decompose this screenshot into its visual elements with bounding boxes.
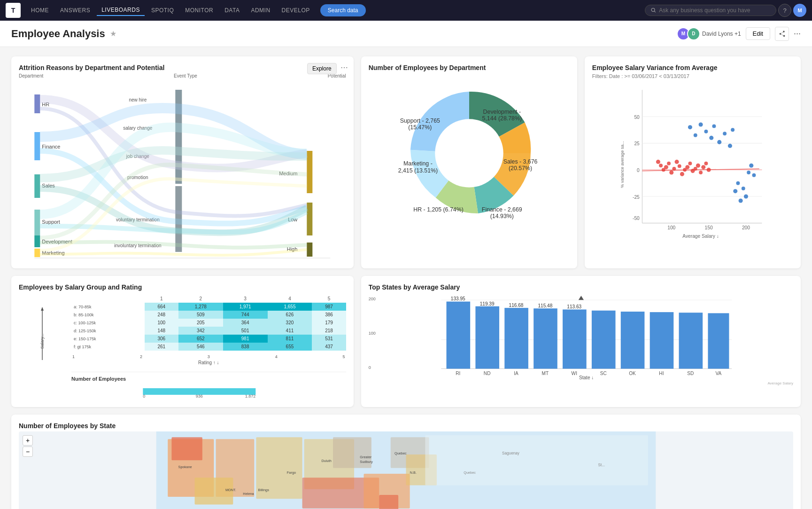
explore-button[interactable]: Explore (307, 63, 337, 74)
svg-point-77 (701, 165, 705, 169)
more-options-button[interactable]: ··· (794, 29, 801, 39)
svg-text:-25: -25 (633, 195, 640, 200)
svg-point-86 (717, 140, 721, 144)
salary-group-card: Employees by Salary Group and Rating Sal… (11, 276, 354, 407)
svg-text:200: 200 (742, 225, 750, 230)
svg-point-89 (731, 128, 735, 132)
svg-text:IA: IA (514, 371, 518, 376)
svg-text:116.68: 116.68 (509, 303, 523, 308)
svg-point-87 (723, 132, 727, 135)
collaborators-group: M D David Lyons +1 (677, 27, 741, 40)
svg-point-60 (656, 160, 660, 164)
svg-rect-147 (379, 495, 398, 509)
nav-spotiq[interactable]: SPOTIQ (147, 5, 178, 16)
svg-rect-126 (620, 312, 644, 369)
svg-text:Billings: Billings (258, 488, 270, 492)
employees-state-card: Number of Employees by State + − (11, 415, 801, 509)
nav-develop[interactable]: DEVELOP (277, 5, 315, 16)
sankey-chart-svg: HR Finance Sales Support Development Mar… (19, 80, 346, 259)
svg-point-92 (738, 199, 742, 203)
svg-point-80 (688, 125, 692, 129)
zoom-in-button[interactable]: + (23, 435, 33, 446)
svg-text:Finance - 2,669: Finance - 2,669 (482, 206, 522, 213)
svg-point-64 (667, 162, 671, 165)
heatmap-table: 12345 a: 70-85k 664 1,278 1,971 1,655 98… (71, 295, 346, 351)
map-zoom-controls: + − (23, 435, 33, 457)
svg-text:RI: RI (456, 371, 460, 376)
svg-text:Development -: Development - (483, 109, 520, 115)
svg-point-81 (694, 133, 697, 137)
svg-text:OK: OK (629, 371, 636, 376)
attrition-chart-card: Attrition Reasons by Department and Pote… (11, 56, 354, 268)
zoom-out-button[interactable]: − (23, 446, 33, 457)
collaborator-avatar-d: D (687, 27, 700, 40)
svg-text:100: 100 (667, 225, 675, 230)
svg-marker-100 (41, 307, 44, 311)
nav-home[interactable]: HOME (26, 5, 54, 16)
search-data-button[interactable]: Search data (320, 4, 366, 16)
help-button[interactable]: ? (778, 4, 791, 17)
svg-text:115.48: 115.48 (538, 303, 552, 308)
svg-text:2,415 (13.51%): 2,415 (13.51%) (398, 167, 438, 174)
svg-rect-22 (307, 151, 312, 193)
svg-point-96 (749, 164, 753, 168)
charts-row-1: Attrition Reasons by Department and Pote… (11, 56, 801, 268)
top-states-title: Top States by Average Salary (369, 283, 793, 291)
svg-point-67 (674, 160, 679, 164)
svg-rect-124 (592, 311, 616, 369)
svg-rect-4 (34, 132, 40, 160)
svg-text:HI: HI (659, 371, 664, 376)
attrition-chart-title: Attrition Reasons by Department and Pote… (19, 64, 346, 71)
search-icon (651, 8, 656, 13)
svg-text:25: 25 (634, 141, 640, 146)
svg-text:WI: WI (571, 371, 577, 376)
svg-text:0: 0 (143, 394, 145, 398)
share-button[interactable] (775, 27, 789, 41)
page-header: Employee Analysis ★ M D David Lyons +1 E… (0, 21, 812, 47)
donut-chart-container: Development - 5,144 (28.78%) Sales - 3,6… (369, 73, 570, 233)
svg-text:SD: SD (687, 371, 694, 376)
nav-data[interactable]: DATA (220, 5, 244, 16)
svg-text:150: 150 (704, 225, 712, 230)
svg-text:(20.57%): (20.57%) (509, 165, 532, 172)
edit-button[interactable]: Edit (746, 27, 770, 40)
svg-point-32 (435, 119, 503, 187)
charts-row-2: Employees by Salary Group and Rating Sal… (11, 276, 801, 407)
ai-search-bar[interactable] (645, 5, 776, 16)
svg-rect-2 (34, 94, 40, 113)
svg-line-1 (654, 11, 655, 12)
svg-text:133.95: 133.95 (450, 296, 465, 301)
scatter-chart-container: 50 25 0 -25 -50 100 150 200 % variance a… (592, 85, 793, 244)
svg-rect-10 (34, 235, 40, 247)
share-icon (779, 31, 785, 37)
svg-text:113.63: 113.63 (567, 304, 581, 309)
svg-rect-137 (171, 437, 202, 460)
svg-rect-12 (34, 249, 40, 257)
svg-rect-128 (650, 312, 673, 368)
svg-text:Marketing -: Marketing - (403, 160, 433, 167)
nav-liveboards[interactable]: LIVEBOARDS (97, 5, 145, 16)
svg-rect-112 (475, 306, 499, 369)
attrition-card-menu[interactable]: ⋯ (340, 63, 348, 72)
salary-variance-card: Employee Salary Variance from Average Fi… (585, 56, 801, 268)
svg-rect-26 (307, 243, 312, 257)
employees-dept-card: Number of Employees by Department (361, 56, 577, 268)
scatter-chart-svg: 50 25 0 -25 -50 100 150 200 % variance a… (592, 85, 793, 244)
svg-text:MONT.: MONT. (225, 488, 236, 492)
svg-text:Sales - 3,676: Sales - 3,676 (503, 158, 537, 165)
svg-point-63 (664, 165, 668, 169)
salary-variance-title: Employee Salary Variance from Average (592, 64, 793, 71)
nav-answers[interactable]: ANSWERS (55, 5, 95, 16)
svg-point-91 (736, 181, 740, 185)
nav-monitor[interactable]: MONITOR (180, 5, 218, 16)
nav-admin[interactable]: ADMIN (246, 5, 275, 16)
app-logo[interactable]: T (6, 3, 21, 18)
svg-rect-130 (679, 313, 703, 368)
svg-rect-8 (34, 210, 40, 235)
ai-search-input[interactable] (659, 7, 770, 14)
favorite-icon[interactable]: ★ (110, 29, 116, 38)
svg-rect-6 (34, 174, 40, 198)
user-avatar[interactable]: M (793, 4, 806, 17)
svg-point-95 (747, 171, 750, 174)
svg-text:HR - 1,205 (6.74%): HR - 1,205 (6.74%) (413, 206, 463, 213)
